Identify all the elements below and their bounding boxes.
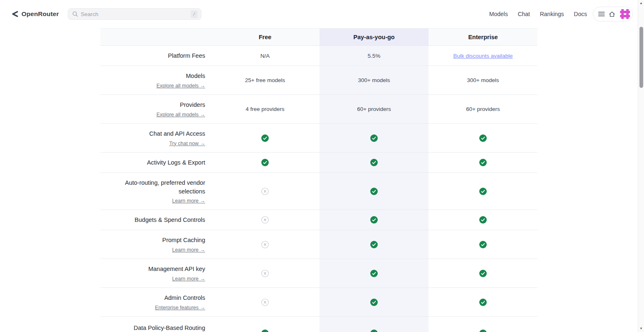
feature-cell: Admin ControlsEnterprise features → [100,288,211,316]
table-cell [211,259,320,287]
cell-value: 300+ models [467,77,499,83]
scrollbar-thumb[interactable] [639,27,643,88]
feature-cell: ProvidersExplore all models → [100,95,211,123]
feature-label: Data Policy-Based Routing [134,324,205,332]
feature-sublink[interactable]: Try chat now → [169,141,205,146]
table-cell [211,124,320,152]
x-circle-icon [261,216,269,224]
table-cell [211,173,320,210]
feature-label: Models [186,72,205,80]
check-icon [370,299,378,306]
table-cell: 300+ models [429,66,537,94]
nav-link-models[interactable]: Models [489,11,508,17]
column-header-enterprise: Enterprise [429,28,537,45]
menu-icon[interactable] [598,11,605,17]
table-cell [320,317,429,332]
feature-sublink[interactable]: Enterprise features → [155,305,205,311]
cell-value: 5.5% [368,53,381,59]
table-row: Admin ControlsEnterprise features → [100,288,537,317]
table-cell [211,210,320,230]
account-pill [593,7,633,21]
table-row: ModelsExplore all models →25+ free model… [100,66,537,95]
table-body: Platform FeesN/A5.5%Bulk discounts avail… [100,46,537,332]
table-row: ProvidersExplore all models →4 free prov… [100,95,537,124]
table-cell: 60+ providers [320,95,429,123]
table-cell [429,259,537,287]
feature-cell: Chat and API AccessTry chat now → [100,124,211,152]
top-navbar: OpenRouter / ModelsChatRankingsDocs [0,0,644,28]
brand-name: OpenRouter [21,10,59,18]
table-cell: 4 free providers [211,95,320,123]
check-icon [370,188,378,195]
table-cell [320,173,429,210]
feature-cell: ModelsExplore all models → [100,66,211,94]
table-cell [320,230,429,259]
cell-value: 60+ providers [357,106,391,112]
table-cell [320,153,429,172]
pricing-table: FreePay-as-you-goEnterprise Platform Fee… [100,28,537,332]
table-cell: 300+ models [320,66,429,94]
check-icon [370,134,378,142]
table-row: Chat and API AccessTry chat now → [100,124,537,153]
table-cell [211,317,320,332]
check-icon [261,134,269,142]
scroll-up-arrow[interactable]: ▲ [638,1,644,5]
vertical-scrollbar[interactable]: ▲ ▼ [638,0,644,332]
table-cell [211,230,320,259]
cell-value: 4 free providers [246,106,284,112]
feature-sublink[interactable]: Learn more → [172,198,205,204]
x-circle-icon [261,270,269,277]
x-circle-icon [261,241,269,248]
feature-cell: Auto-routing, preferred vendor selection… [100,173,211,210]
check-icon [479,134,487,142]
table-cell [429,173,537,210]
table-cell [320,259,429,287]
search-input[interactable] [81,11,188,17]
cell-value: 300+ models [358,77,390,83]
table-cell: 5.5% [320,46,429,66]
table-cell [429,210,537,230]
nav-link-docs[interactable]: Docs [574,11,587,17]
cell-value: N/A [260,53,270,59]
table-cell [429,317,537,332]
feature-label: Chat and API Access [149,130,205,138]
table-cell: Bulk discounts available [429,46,537,66]
home-icon[interactable] [608,11,616,18]
column-header-free: Free [211,28,320,45]
table-row: Management API keyLearn more → [100,259,537,288]
table-cell [320,124,429,152]
search-box[interactable]: / [68,8,201,20]
cell-value: 25+ free models [245,77,285,83]
avatar[interactable] [619,8,631,20]
feature-label: Platform Fees [168,52,205,60]
search-icon [72,11,78,17]
feature-sublink[interactable]: Explore all models → [156,83,205,89]
feature-label: Management API key [148,265,205,273]
check-icon [370,270,378,277]
feature-cell: Activity Logs & Export [100,153,211,172]
check-icon [479,216,487,224]
check-icon [479,270,487,277]
table-header: FreePay-as-you-goEnterprise [100,28,537,46]
nav-link-rankings[interactable]: Rankings [540,11,564,17]
nav-link-chat[interactable]: Chat [518,11,530,17]
table-cell [320,288,429,316]
feature-sublink[interactable]: Explore all models → [156,112,205,118]
table-cell: N/A [211,46,320,66]
table-cell [211,288,320,316]
table-cell [429,153,537,172]
brand-logo[interactable]: OpenRouter [11,10,59,18]
table-cell [211,153,320,172]
openrouter-logo-icon [11,11,18,17]
feature-sublink[interactable]: Learn more → [172,276,205,282]
check-icon [261,330,269,332]
cell-link[interactable]: Bulk discounts available [453,53,513,59]
table-row: Prompt CachingLearn more → [100,230,537,259]
check-icon [370,216,378,224]
table-cell [429,288,537,316]
table-row: Platform FeesN/A5.5%Bulk discounts avail… [100,46,537,66]
feature-cell: Budgets & Spend Controls [100,210,211,230]
scroll-down-arrow[interactable]: ▼ [638,327,644,331]
check-icon [479,188,487,195]
feature-sublink[interactable]: Learn more → [172,247,205,253]
